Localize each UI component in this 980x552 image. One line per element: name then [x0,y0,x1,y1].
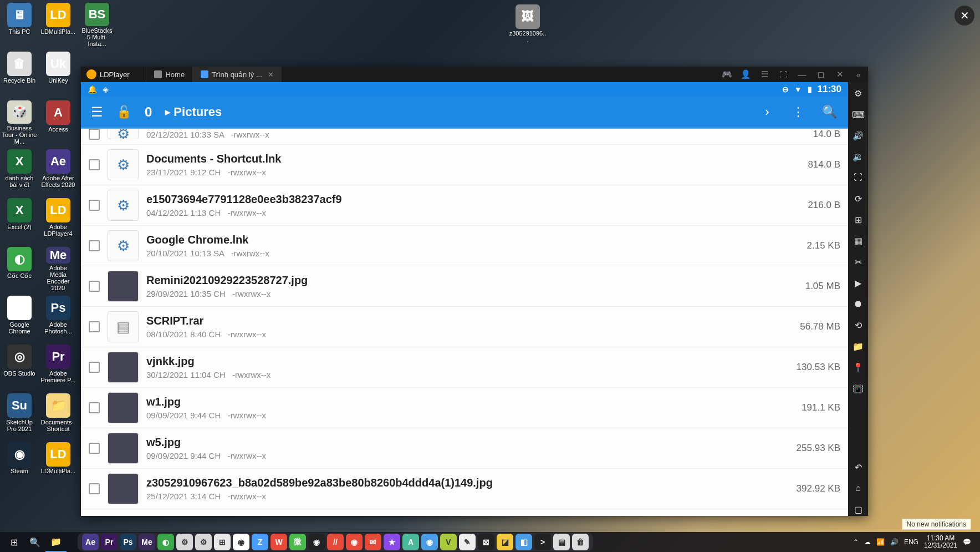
file-checkbox[interactable] [89,240,100,251]
fullscreen2-icon[interactable]: ⛶ [851,171,865,184]
location-icon[interactable]: 📍 [851,361,865,374]
tab-close-icon[interactable]: ✕ [268,70,274,79]
volume-down-icon[interactable]: 🔉 [851,150,865,163]
desktop-icon[interactable]: ◐Cốc Cốc [2,247,37,291]
desktop-icon[interactable]: ◉Steam [2,442,37,487]
file-row[interactable]: w5.jpg 09/09/2021 9:44 CH -rwxrwx--x 255… [81,428,848,469]
dock-app[interactable]: ⊠ [478,534,494,550]
dock-app[interactable]: Pr [101,534,118,550]
dock-app[interactable]: A [402,534,419,550]
start-button[interactable]: ⊞ [3,532,24,552]
file-checkbox[interactable] [89,483,100,494]
search-taskbar[interactable]: 🔍 [24,532,45,552]
play-icon[interactable]: ▶ [851,276,865,290]
file-checkbox[interactable] [89,129,100,140]
settings-icon[interactable]: ⚙ [851,87,865,100]
file-row[interactable]: z3052910967623_b8a02d589be92a83be80b8260… [81,469,848,509]
record-icon[interactable]: ⏺ [851,297,865,311]
multi-icon[interactable]: ⊞ [851,213,865,226]
tray-volume-icon[interactable]: 🔊 [890,538,899,546]
desktop-icon[interactable]: LDLDMultiPla... [40,3,76,47]
search-button[interactable]: 🔍 [820,105,838,119]
close-button[interactable]: ✕ [830,67,849,82]
cut-icon[interactable]: ✂ [851,255,865,269]
hamburger-menu[interactable]: ☰ [91,104,103,120]
desktop-icon[interactable]: 🗑Recycle Bin [2,52,37,96]
explorer-taskbar[interactable]: 📁 [45,532,67,552]
desktop-icon[interactable]: XExcel (2) [2,198,37,242]
tray-notifications-icon[interactable]: 💬 [963,538,971,546]
gamepad-icon[interactable]: 🎮 [717,67,736,82]
dock-app[interactable]: ★ [384,534,400,550]
dock-app[interactable]: 🗑 [572,534,589,550]
dock-app[interactable]: ◐ [157,534,174,550]
volume-up-icon[interactable]: 🔊 [851,129,865,142]
dock-app[interactable]: Me [139,534,155,550]
dock-app[interactable]: ◉ [308,534,325,550]
home-nav-icon[interactable]: ⌂ [851,482,865,495]
file-checkbox[interactable] [89,281,100,292]
keyboard-icon[interactable]: ▦ [851,234,865,247]
lock-icon[interactable]: 🔓 [116,105,131,119]
dock-app[interactable]: ⊞ [214,534,231,550]
account-icon[interactable]: 👤 [736,67,755,82]
file-checkbox[interactable] [89,200,100,211]
recents-icon[interactable]: ▢ [851,503,865,516]
desktop-icon[interactable]: BSBlueStacks 5 Multi-Insta... [79,3,115,47]
desktop-icon-z305[interactable]: 🖼 z305291096... [510,4,545,49]
tray-network-icon[interactable]: 📶 [876,538,885,546]
dock-app[interactable]: Z [252,534,268,550]
sync-icon[interactable]: ⟳ [851,192,865,205]
dock-app[interactable]: W [270,534,287,550]
fullscreen-icon[interactable]: ⛶ [774,67,793,82]
desktop-icon[interactable]: ◎OBS Studio [2,345,37,389]
close-overlay-button[interactable]: ✕ [955,6,974,26]
dock-app[interactable]: ⚙ [176,534,193,550]
tray-chevron-up-icon[interactable]: ⌃ [853,538,859,546]
tab-home[interactable]: Home [146,67,192,82]
dock-app[interactable]: V [440,534,457,550]
file-checkbox[interactable] [89,159,100,170]
file-row[interactable]: vjnkk.jpg 30/12/2021 11:04 CH -rwxrwx--x… [81,347,848,388]
rotate-icon[interactable]: ⟲ [851,318,865,332]
file-row[interactable]: w1.jpg 09/09/2021 9:44 CH -rwxrwx--x 191… [81,388,848,428]
desktop-icon[interactable]: PrAdobe Premiere P... [40,345,76,389]
file-row[interactable]: ⚙ Documents - Shortcut.lnk 23/11/2021 9:… [81,145,848,185]
dock-app[interactable]: 微 [289,534,306,550]
folder2-icon[interactable]: 📁 [851,340,865,353]
forward-button[interactable]: › [758,105,776,119]
tray-language[interactable]: ENG [904,538,918,546]
desktop-icon[interactable]: LDLDMultiPla... [40,442,76,487]
file-row[interactable]: Remini20210929223528727.jpg 29/09/2021 1… [81,266,848,307]
desktop-icon[interactable]: ◉Google Chrome [2,296,37,340]
dock-app[interactable]: ◧ [515,534,532,550]
file-row[interactable]: ⚙ e15073694e7791128e0ee3b38237acf9 04/12… [81,185,848,226]
desktop-icon[interactable]: 🎲Business Tour - Online M... [2,100,37,145]
minimize-button[interactable]: — [793,67,811,82]
desktop-icon[interactable]: Xdanh sách bài viết [2,149,37,194]
shake-icon[interactable]: 📳 [851,382,865,395]
file-checkbox[interactable] [89,443,100,454]
maximize-button[interactable]: ◻ [811,67,830,82]
keymap-icon[interactable]: ⌨ [851,108,865,121]
desktop-icon[interactable]: MeAdobe Media Encoder 2020 [40,247,76,291]
dock-app[interactable]: ◉ [421,534,438,550]
back-icon[interactable]: ↶ [851,460,865,474]
tray-onedrive-icon[interactable]: ☁ [864,538,871,546]
file-row[interactable]: ⚙ Google Chrome.lnk 20/10/2021 10:13 SA … [81,226,848,266]
dock-app[interactable]: ◉ [346,534,363,550]
desktop-icon[interactable]: LDAdobe LDPlayer4 [40,198,76,242]
desktop-icon[interactable]: 🖥This PC [2,3,37,47]
desktop-icon[interactable]: PsAdobe Photosh... [40,296,76,340]
file-list[interactable]: ⚙ 02/12/2021 10:33 SA -rwxrwx--x 14.0 B … [81,129,848,516]
dock-app[interactable]: ◉ [233,534,249,550]
collapse-sidebar-button[interactable]: « [849,67,868,82]
desktop-icon[interactable]: AAccess [40,100,76,145]
file-checkbox[interactable] [89,321,100,332]
dock-app[interactable]: ◪ [497,534,513,550]
dock-app[interactable]: // [327,534,344,550]
desktop-icon[interactable]: AeAdobe After Effects 2020 [40,149,76,194]
file-row[interactable]: ⚙ 02/12/2021 10:33 SA -rwxrwx--x 14.0 B [81,129,848,145]
dock-app[interactable]: Ps [120,534,136,550]
tab-file-manager[interactable]: Trình quản lý ... ✕ [192,67,282,82]
